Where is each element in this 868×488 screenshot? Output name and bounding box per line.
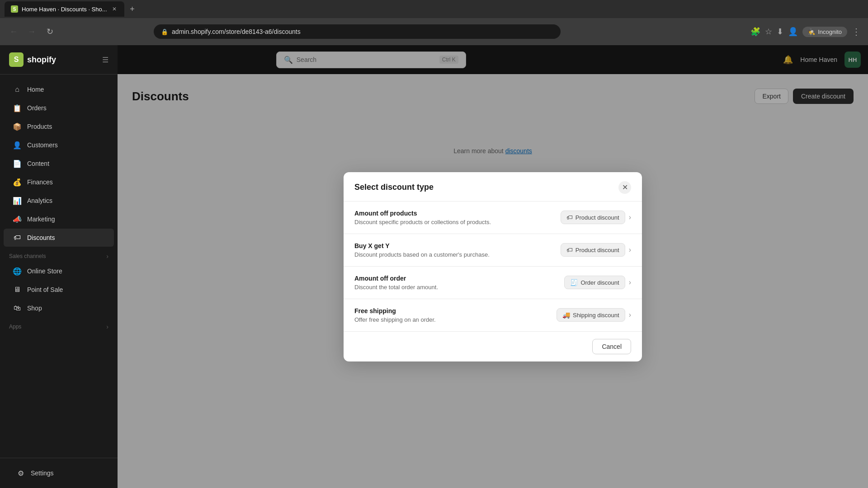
sales-channels-arrow[interactable]: › [106, 253, 108, 260]
chevron-right-icon-4: › [629, 311, 631, 319]
discount-option-right-free-shipping: 🚚 Shipping discount › [557, 308, 631, 322]
reload-button[interactable]: ↻ [43, 25, 56, 38]
cancel-button[interactable]: Cancel [592, 339, 631, 354]
product-discount-icon-2: 🏷 [566, 246, 573, 253]
online-store-icon: 🌐 [13, 267, 22, 276]
download-icon[interactable]: ⬇ [777, 27, 783, 37]
modal-header: Select discount type ✕ [344, 172, 642, 201]
shipping-discount-label: Shipping discount [573, 312, 619, 319]
browser-nav: ← → ↻ 🔒 admin.shopify.com/store/de8143-a… [0, 18, 868, 45]
new-tab-button[interactable]: + [126, 3, 139, 15]
sidebar-item-settings[interactable]: ⚙ Settings [7, 464, 110, 482]
apps-label: Apps [9, 324, 21, 330]
sidebar-item-products[interactable]: 📦 Products [4, 117, 114, 136]
point-of-sale-icon: 🖥 [13, 285, 22, 294]
orders-icon: 📋 [13, 103, 22, 113]
incognito-label: Incognito [818, 28, 842, 35]
order-discount-label: Order discount [580, 279, 619, 286]
discount-option-amount-off-order[interactable]: Amount off order Discount the total orde… [344, 266, 642, 299]
chevron-right-icon-3: › [629, 278, 631, 286]
tab-close-button[interactable]: ✕ [111, 5, 118, 13]
sidebar-item-label-home: Home [27, 86, 44, 93]
sidebar-item-label-point-of-sale: Point of Sale [27, 286, 63, 293]
sidebar-item-home[interactable]: ⌂ Home [4, 80, 114, 99]
active-tab[interactable]: S Home Haven · Discounts · Sho... ✕ [5, 1, 124, 17]
discount-option-title-free-shipping: Free shipping [354, 307, 436, 314]
app-container: S shopify ☰ ⌂ Home 📋 Orders 📦 Products 👤… [0, 45, 868, 488]
sidebar-item-customers[interactable]: 👤 Customers [4, 136, 114, 154]
incognito-badge: 🕵 Incognito [802, 27, 847, 37]
discount-option-info-amount-off-order: Amount off order Discount the total orde… [354, 275, 438, 291]
bookmark-icon[interactable]: ☆ [765, 27, 772, 37]
finances-icon: 💰 [13, 178, 22, 187]
menu-icon[interactable]: ⋮ [852, 26, 861, 37]
chevron-right-icon-2: › [629, 246, 631, 254]
sidebar-item-label-settings: Settings [31, 469, 54, 477]
product-discount-icon-1: 🏷 [566, 214, 573, 221]
modal-overlay: Select discount type ✕ Amount off produc… [118, 45, 868, 488]
shop-icon: 🛍 [13, 304, 22, 313]
nav-actions: 🧩 ☆ ⬇ 👤 🕵 Incognito ⋮ [750, 26, 861, 37]
nav-items: ⌂ Home 📋 Orders 📦 Products 👤 Customers 📄… [0, 75, 118, 458]
sidebar-item-content[interactable]: 📄 Content [4, 155, 114, 173]
sidebar-item-label-analytics: Analytics [27, 197, 52, 204]
apps-section: Apps › [0, 318, 118, 332]
shipping-discount-icon: 🚚 [562, 311, 570, 319]
discount-option-info-buy-x-get-y: Buy X get Y Discount products based on a… [354, 242, 490, 258]
home-icon: ⌂ [13, 85, 22, 94]
shipping-discount-badge: 🚚 Shipping discount [557, 308, 625, 322]
sidebar-item-finances[interactable]: 💰 Finances [4, 173, 114, 191]
sidebar-item-label-content: Content [27, 160, 49, 167]
sidebar-item-label-finances: Finances [27, 178, 53, 186]
discount-option-desc-free-shipping: Offer free shipping on an order. [354, 316, 436, 323]
sales-channels-label: Sales channels [9, 253, 46, 259]
products-icon: 📦 [13, 122, 22, 131]
discount-option-right-amount-off-order: 🧾 Order discount › [564, 276, 631, 289]
address-bar[interactable]: 🔒 admin.shopify.com/store/de8143-a6/disc… [154, 24, 561, 39]
sidebar-item-discounts[interactable]: 🏷 Discounts [4, 229, 114, 247]
apps-arrow[interactable]: › [106, 323, 108, 330]
modal-footer: Cancel [344, 331, 642, 361]
main-content: 🔍 Ctrl K 🔔 Home Haven HH Discounts Expor… [118, 45, 868, 488]
order-discount-icon: 🧾 [570, 279, 578, 286]
sidebar-item-label-customers: Customers [27, 141, 58, 149]
sidebar-item-marketing[interactable]: 📣 Marketing [4, 210, 114, 228]
content-icon: 📄 [13, 159, 22, 168]
back-button[interactable]: ← [7, 25, 20, 38]
sidebar-header: S shopify ☰ [0, 45, 118, 75]
analytics-icon: 📊 [13, 196, 22, 205]
discount-option-desc-amount-off-order: Discount the total order amount. [354, 284, 438, 291]
tab-title: Home Haven · Discounts · Sho... [22, 6, 107, 13]
shopify-logo: S shopify [9, 52, 56, 67]
discounts-icon: 🏷 [13, 233, 22, 242]
forward-button[interactable]: → [25, 25, 38, 38]
discount-option-buy-x-get-y[interactable]: Buy X get Y Discount products based on a… [344, 234, 642, 266]
sidebar-item-point-of-sale[interactable]: 🖥 Point of Sale [4, 281, 114, 299]
modal-close-button[interactable]: ✕ [618, 181, 631, 194]
sidebar-toggle-icon[interactable]: ☰ [102, 56, 108, 64]
sidebar-footer: ⚙ Settings [0, 458, 118, 488]
browser-chrome: S Home Haven · Discounts · Sho... ✕ + ← … [0, 0, 868, 45]
browser-tabs: S Home Haven · Discounts · Sho... ✕ + [0, 0, 868, 18]
extensions-icon[interactable]: 🧩 [750, 27, 760, 37]
customers-icon: 👤 [13, 141, 22, 150]
tab-favicon: S [11, 5, 18, 13]
sidebar-item-label-discounts: Discounts [27, 234, 55, 241]
discount-option-info-free-shipping: Free shipping Offer free shipping on an … [354, 307, 436, 323]
settings-icon: ⚙ [16, 469, 25, 478]
sidebar-item-online-store[interactable]: 🌐 Online Store [4, 262, 114, 280]
select-discount-type-modal: Select discount type ✕ Amount off produc… [344, 172, 642, 361]
sidebar-item-shop[interactable]: 🛍 Shop [4, 299, 114, 317]
sidebar-item-label-products: Products [27, 123, 52, 130]
product-discount-label-2: Product discount [576, 247, 619, 253]
product-discount-badge-2: 🏷 Product discount [561, 243, 625, 257]
sidebar-item-analytics[interactable]: 📊 Analytics [4, 192, 114, 210]
discount-option-desc-amount-off-products: Discount specific products or collection… [354, 219, 491, 225]
sidebar-item-orders[interactable]: 📋 Orders [4, 99, 114, 117]
discount-option-title-buy-x-get-y: Buy X get Y [354, 242, 490, 249]
discount-option-amount-off-products[interactable]: Amount off products Discount specific pr… [344, 201, 642, 234]
profile-icon[interactable]: 👤 [788, 27, 798, 37]
address-text: admin.shopify.com/store/de8143-a6/discou… [172, 28, 301, 35]
sidebar-item-label-marketing: Marketing [27, 216, 55, 223]
discount-option-free-shipping[interactable]: Free shipping Offer free shipping on an … [344, 299, 642, 331]
